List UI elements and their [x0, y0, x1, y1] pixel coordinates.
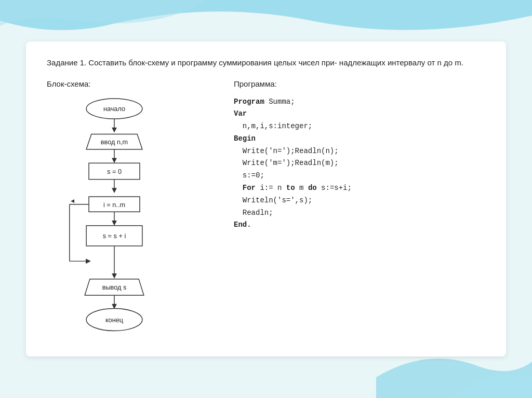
keyword-do: do: [308, 184, 317, 192]
code-line-4: Begin: [234, 133, 485, 145]
svg-text:ввод n,m: ввод n,m: [101, 138, 128, 146]
code-block: Program Summa; Var n,m,i,s:integer; Begi…: [234, 96, 485, 232]
flowchart-label: Блок-схема:: [47, 79, 213, 88]
svg-text:конец: конец: [105, 315, 123, 323]
keyword-var: Var: [234, 109, 247, 118]
task-title: Задание 1. Составить блок-схему и програ…: [47, 57, 485, 69]
svg-marker-19: [112, 221, 117, 226]
program-label: Программа:: [234, 79, 485, 88]
keyword-begin: Begin: [234, 134, 256, 143]
svg-marker-7: [112, 158, 117, 163]
code-line-10: Readln;: [234, 207, 485, 219]
main-card: Задание 1. Составить блок-схему и програ…: [26, 42, 506, 356]
code-line-5: Write('n=');Readln(n);: [234, 145, 485, 158]
task-title-text: Задание 1. Составить блок-схему и програ…: [47, 58, 463, 67]
svg-marker-17: [86, 258, 91, 264]
code-line-1: Program Summa;: [234, 96, 485, 108]
svg-text:i = n..m: i = n..m: [103, 200, 125, 208]
keyword-program: Program: [234, 98, 264, 106]
code-line-6: Write('m=');Readln(m);: [234, 157, 485, 170]
code-line-2: Var: [234, 108, 485, 120]
keyword-for: For: [243, 184, 256, 192]
svg-text:вывод s: вывод s: [102, 283, 127, 291]
content-area: Блок-схема: начало ввод n,m s = 0: [47, 79, 485, 347]
keyword-to: to: [286, 184, 295, 192]
flowchart-diagram: начало ввод n,m s = 0 i = n..m: [47, 96, 182, 345]
wave-top-decoration: [0, 0, 532, 42]
svg-text:s = 0: s = 0: [107, 167, 122, 175]
flowchart-section: Блок-схема: начало ввод n,m s = 0: [47, 79, 213, 347]
svg-text:s = s + i: s = s + i: [103, 232, 126, 240]
svg-marker-3: [112, 127, 117, 132]
svg-text:начало: начало: [103, 105, 125, 113]
code-line-11: End.: [234, 219, 485, 231]
code-line-7: s:=0;: [234, 170, 485, 182]
code-line-3: n,m,i,s:integer;: [234, 120, 485, 133]
svg-marker-23: [112, 273, 117, 278]
code-line-9: Writeln('s=',s);: [234, 195, 485, 207]
code-line-8: For i:= n to m do s:=s+i;: [234, 182, 485, 195]
program-section: Программа: Program Summa; Var n,m,i,s:in…: [234, 79, 485, 347]
svg-text:◄: ◄: [70, 197, 76, 203]
svg-marker-11: [112, 188, 117, 193]
keyword-end: End.: [234, 221, 251, 229]
